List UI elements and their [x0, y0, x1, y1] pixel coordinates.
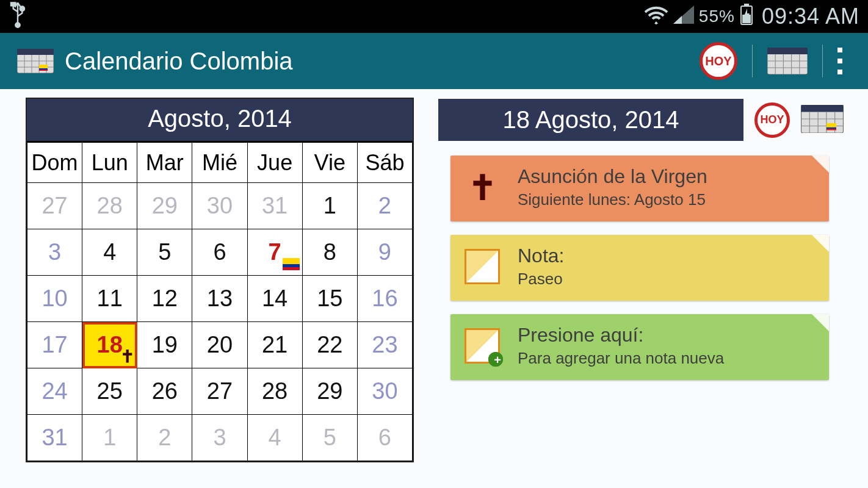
holiday-subtitle: Siguiente lunes: Agosto 15: [518, 190, 707, 209]
day-cell[interactable]: 31: [247, 183, 302, 229]
overflow-icon: [837, 48, 842, 74]
note-card[interactable]: Nota: Paseo: [450, 235, 829, 301]
day-cell[interactable]: 11: [82, 276, 137, 322]
weekday-header: Mié: [192, 143, 247, 183]
svg-rect-18: [767, 48, 808, 54]
day-cell[interactable]: 4: [247, 415, 302, 461]
status-bar: 55% 09:34 AM: [0, 0, 868, 33]
svg-rect-25: [283, 258, 300, 264]
day-cell[interactable]: 30: [357, 368, 412, 415]
day-cell[interactable]: 5: [137, 229, 192, 276]
dogear-icon: [812, 314, 829, 331]
calendar-title[interactable]: Agosto, 2014: [27, 99, 413, 142]
day-cell[interactable]: 2: [137, 415, 192, 461]
svg-rect-38: [826, 129, 836, 130]
calendar-view-button[interactable]: [753, 33, 822, 89]
day-cell[interactable]: 29: [302, 368, 357, 415]
day-cell[interactable]: 20: [192, 322, 247, 368]
day-cell[interactable]: 26: [137, 368, 192, 415]
calendar-icon-small[interactable]: [801, 105, 844, 135]
hoy-icon: HOY: [700, 42, 737, 80]
selected-date-label: 18 Agosto, 2014: [438, 99, 743, 141]
svg-rect-1: [11, 2, 15, 5]
day-cell[interactable]: 25: [82, 368, 137, 415]
cross-icon: ✝: [120, 346, 134, 367]
svg-rect-26: [283, 264, 300, 267]
usb-icon: [9, 12, 27, 32]
signal-icon: [673, 5, 694, 28]
day-cell[interactable]: 29: [137, 183, 192, 229]
day-cell[interactable]: 6: [357, 415, 412, 461]
day-cell[interactable]: 27: [27, 183, 82, 229]
battery-charging-icon: [740, 4, 753, 30]
add-note-card[interactable]: Presione aquí: Para agregar una nota nue…: [450, 314, 829, 380]
day-cell[interactable]: 27: [192, 368, 247, 415]
app-icon: [17, 49, 54, 73]
day-cell[interactable]: 5: [302, 415, 357, 461]
day-cell[interactable]: 28: [82, 183, 137, 229]
today-button[interactable]: HOY: [685, 33, 752, 89]
weekday-header: Sáb: [357, 143, 412, 183]
weekday-header: Jue: [247, 143, 302, 183]
svg-point-2: [20, 6, 24, 10]
day-cell[interactable]: 1: [302, 183, 357, 229]
day-cell[interactable]: 16: [357, 276, 412, 322]
day-cell[interactable]: 2: [357, 183, 412, 229]
flag-icon: [283, 258, 300, 274]
month-grid: DomLunMarMiéJueVieSáb 272829303112345678…: [27, 142, 413, 461]
clock-text: 09:34 AM: [762, 4, 859, 29]
day-cell[interactable]: 4: [82, 229, 137, 276]
holiday-card[interactable]: ✝ Asunción de la Virgen Siguiente lunes:…: [450, 156, 829, 221]
day-cell[interactable]: 17: [27, 322, 82, 368]
svg-rect-4: [744, 4, 749, 6]
day-cell[interactable]: 22: [302, 322, 357, 368]
day-cell[interactable]: 12: [137, 276, 192, 322]
day-cell[interactable]: 30: [192, 183, 247, 229]
day-cell[interactable]: 14: [247, 276, 302, 322]
svg-rect-16: [39, 70, 48, 71]
day-cell[interactable]: 31: [27, 415, 82, 461]
svg-rect-37: [826, 127, 836, 128]
weekday-header: Mar: [137, 143, 192, 183]
svg-rect-7: [17, 49, 54, 55]
cross-icon: ✝: [468, 168, 497, 207]
day-cell[interactable]: 15: [302, 276, 357, 322]
svg-rect-15: [39, 68, 48, 70]
weekday-header: Lun: [82, 143, 137, 183]
day-cell[interactable]: 23: [357, 322, 412, 368]
day-cell[interactable]: 24: [27, 368, 82, 415]
svg-point-0: [15, 23, 20, 27]
dogear-icon: [812, 235, 829, 252]
day-cell[interactable]: 1: [82, 415, 137, 461]
note-body: Paseo: [518, 270, 564, 289]
battery-percent: 55%: [699, 7, 735, 26]
day-cell[interactable]: 28: [247, 368, 302, 415]
today-button-small[interactable]: HOY: [754, 102, 790, 138]
day-cell[interactable]: 8: [302, 229, 357, 276]
day-cell[interactable]: 9: [357, 229, 412, 276]
holiday-title: Asunción de la Virgen: [518, 165, 707, 188]
day-cell[interactable]: 19: [137, 322, 192, 368]
day-cell[interactable]: 10: [27, 276, 82, 322]
add-note-subtitle: Para agregar una nota nueva: [518, 349, 724, 368]
month-calendar: Agosto, 2014 DomLunMarMiéJueVieSáb 27282…: [26, 98, 414, 462]
overflow-menu-button[interactable]: [823, 33, 857, 89]
day-cell[interactable]: 6: [192, 229, 247, 276]
day-cell[interactable]: 3: [192, 415, 247, 461]
weekday-header: Dom: [27, 143, 82, 183]
day-cell[interactable]: 13: [192, 276, 247, 322]
add-note-title: Presione aquí:: [518, 324, 724, 346]
svg-rect-27: [283, 267, 300, 270]
note-title: Nota:: [518, 245, 564, 267]
day-cell[interactable]: 7: [247, 229, 302, 276]
svg-rect-29: [801, 105, 844, 112]
day-cell[interactable]: 18✝: [82, 322, 137, 368]
app-title: Calendario Colombia: [65, 48, 293, 75]
dogear-icon: [812, 156, 829, 173]
note-icon: [465, 249, 500, 284]
day-cell[interactable]: 21: [247, 322, 302, 368]
app-bar: Calendario Colombia HOY: [0, 33, 868, 89]
weekday-header: Vie: [302, 143, 357, 183]
add-note-icon: [465, 328, 500, 364]
day-cell[interactable]: 3: [27, 229, 82, 276]
